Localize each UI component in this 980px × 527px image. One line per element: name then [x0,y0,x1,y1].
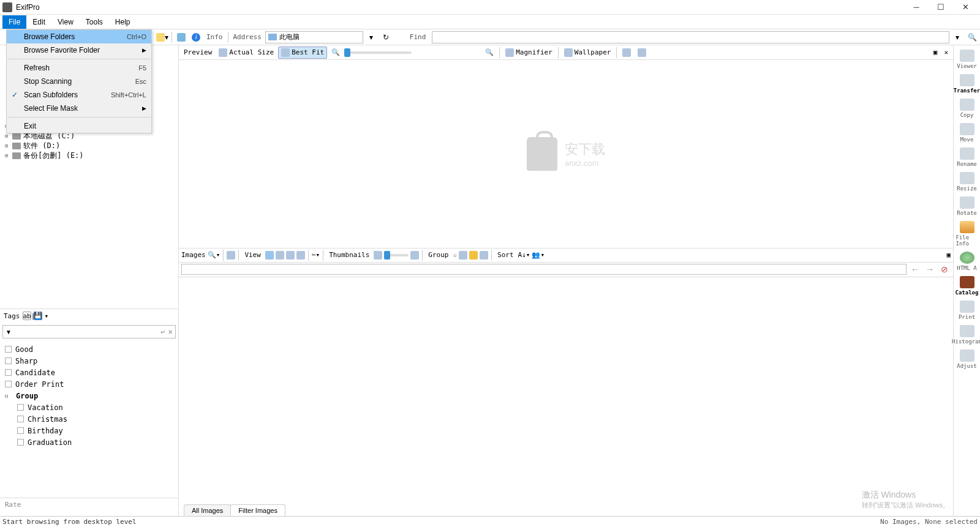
checkbox[interactable] [5,381,12,387]
tab-all-images[interactable]: All Images [184,504,231,516]
menu-tools[interactable]: Tools [80,15,109,29]
menu-exit[interactable]: Exit [7,119,151,133]
checkbox[interactable] [17,416,24,422]
images-area[interactable] [179,277,953,503]
find-dropdown-button[interactable]: ▾ [951,31,964,44]
menu-select-file-mask[interactable]: Select File Mask ▶ [7,102,151,115]
viewer-button[interactable]: Viewer [956,48,978,71]
tags-dropdown-button[interactable]: ▾ [45,312,49,320]
magnifier-button[interactable]: Magnifier [503,47,555,59]
catalog-button[interactable]: Catalog [956,274,978,297]
tag-item[interactable]: Sharp [5,355,173,367]
group-star-button[interactable]: ☆ [453,251,457,259]
save-tags-icon[interactable]: 💾 [34,312,42,320]
tag-item[interactable]: Candidate [5,367,173,378]
clear-filter-button[interactable]: ✕ [168,329,173,335]
menu-stop-scanning[interactable]: Stop Scanning Esc [7,75,151,88]
sort-button[interactable]: A↓▾ [518,251,530,259]
tree-item[interactable]: ⊞软件 (D:) [2,141,176,151]
checkbox[interactable] [17,404,24,411]
print-button[interactable]: Print [956,299,978,322]
tools-button[interactable]: ✂▾ [312,251,320,259]
tag-item[interactable]: Birthday [5,425,173,436]
file-info-button[interactable]: File Info [956,219,978,249]
copy-button[interactable] [620,47,633,59]
tag-item[interactable]: Good [5,343,173,355]
tag-item[interactable]: Vacation [5,402,173,413]
transfer-button[interactable]: Transfer [956,72,978,95]
find-input[interactable] [432,31,949,43]
tag-item[interactable]: Graduation [5,436,173,448]
tag-filter-input[interactable] [12,327,160,337]
view-preview-button[interactable] [296,251,305,260]
html-album-button[interactable]: HTML A [956,250,978,273]
next-button[interactable]: → [924,263,936,275]
menu-refresh[interactable]: Refresh F5 [7,61,151,75]
best-fit-button[interactable]: Best Fit [278,47,327,59]
view-details-button[interactable] [276,251,284,260]
group-folder-button[interactable] [469,251,478,260]
tag-group[interactable]: ⊟Group [5,390,173,402]
zoom-in-button[interactable]: 🔍 [483,47,496,59]
close-preview-button[interactable]: ✕ [941,47,951,59]
checkbox[interactable] [5,369,12,376]
tab-filter-images[interactable]: Filter Images [230,504,285,516]
info-button[interactable]: i [189,31,203,44]
tree-item[interactable]: ⊞备份[勿删] (E:) [2,151,176,160]
open-dropdown-button[interactable]: ▾ [156,31,169,44]
pane-layout-button[interactable]: ▣ [946,251,951,259]
slider-thumb[interactable] [344,48,350,57]
rotate-button[interactable]: Rotate [956,195,978,218]
view-thumbnails-button[interactable] [265,251,274,260]
pane-split-button[interactable]: ▣ [931,47,940,59]
menu-scan-subfolders[interactable]: Scan Subfolders Shift+Ctrl+L [7,88,151,102]
filter-input[interactable] [181,264,907,275]
menu-help[interactable]: Help [109,15,137,29]
address-combobox[interactable]: 此电脑 [265,31,363,43]
histogram-button[interactable]: Histogram [956,323,978,346]
checkbox[interactable] [5,357,12,364]
search-images-button[interactable]: 🔍▾ [208,251,221,259]
thumb-large-button[interactable] [410,251,419,260]
minimize-button[interactable]: ─ [904,0,929,15]
menu-edit[interactable]: Edit [26,15,51,29]
refresh-address-button[interactable]: ↻ [379,31,393,44]
view-tiles-button[interactable] [286,251,295,260]
image-button[interactable] [175,31,188,44]
rename-tag-icon[interactable]: ab| [23,312,31,320]
apply-filter-button[interactable]: ↵ [160,329,165,335]
slider-thumb[interactable] [384,251,390,260]
rename-button[interactable]: Rename [956,146,978,169]
zoom-slider[interactable] [344,51,412,54]
images-label-button[interactable]: Images [181,251,206,259]
prev-button[interactable]: ← [909,263,921,275]
cancel-filter-button[interactable]: ⊘ [938,263,951,275]
checkbox[interactable] [17,427,24,434]
zoom-button[interactable]: 🔍 [329,47,342,59]
close-button[interactable]: ✕ [953,0,978,15]
resize-button[interactable]: Resize [956,170,978,193]
sort-people-button[interactable]: 👥▾ [532,251,545,259]
thumb-small-button[interactable] [374,251,382,260]
select-button[interactable] [227,251,235,260]
checkbox[interactable] [5,346,12,353]
adjust-button[interactable]: Adjust [956,348,978,371]
group-tag-button[interactable] [459,251,467,260]
actual-size-button[interactable]: Actual Size [216,47,276,59]
search-button[interactable]: 🔍 [965,31,979,44]
checkbox[interactable] [17,439,24,446]
tag-item[interactable]: Christmas [5,413,173,425]
menu-browse-folders[interactable]: Browse Folders Ctrl+O [7,30,151,43]
maximize-button[interactable]: ☐ [929,0,953,15]
preview-button[interactable]: Preview [181,47,214,59]
menu-browse-favorite[interactable]: Browse Favorite Folder ▶ [7,43,151,57]
group-date-button[interactable] [480,251,488,260]
paste-button[interactable] [635,47,649,59]
address-dropdown-button[interactable]: ▾ [364,31,378,44]
menu-file[interactable]: File [2,15,26,29]
menu-view[interactable]: View [51,15,80,29]
tag-item[interactable]: Order Print [5,378,173,390]
copy-button[interactable]: Copy [956,97,978,120]
move-button[interactable]: Move [956,121,978,144]
thumb-size-slider[interactable] [384,254,409,256]
